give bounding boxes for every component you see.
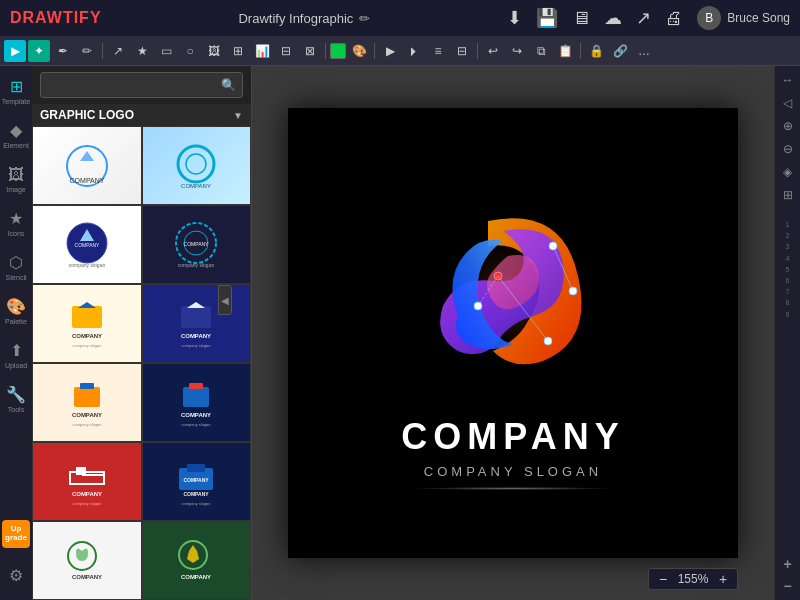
template-thumb-7: COMPANY company slogan — [143, 364, 251, 442]
document-title: Drawtify Infographic — [238, 11, 353, 26]
color-tool[interactable]: 🎨 — [348, 40, 370, 62]
select-tool[interactable]: ▶ — [4, 40, 26, 62]
search-input[interactable] — [47, 78, 221, 92]
template-item-2[interactable]: COMPANY company slogan graphic-logo-Flow… — [32, 205, 142, 284]
right-panel-icon-2[interactable]: ⊕ — [778, 116, 798, 136]
sidebar-item-template[interactable]: ⊞ Template — [2, 70, 30, 112]
sidebar-item-stencil[interactable]: ⬡ Stencil — [2, 246, 30, 288]
search-box[interactable]: 🔍 — [40, 72, 243, 98]
zoom-minus-button[interactable]: − — [655, 571, 671, 587]
paste-tool[interactable]: 📋 — [554, 40, 576, 62]
sidebar-item-icons[interactable]: ★ Icons — [2, 202, 30, 244]
image-tool[interactable]: 🖼 — [203, 40, 225, 62]
pen-tool[interactable]: ✒ — [52, 40, 74, 62]
upgrade-button[interactable]: Upgrade — [2, 520, 30, 548]
lock-tool[interactable]: 🔒 — [585, 40, 607, 62]
svg-text:COMPANY: COMPANY — [69, 177, 104, 184]
arrow-tool[interactable]: ↗ — [107, 40, 129, 62]
distribute-tool[interactable]: ⊟ — [451, 40, 473, 62]
copy-tool[interactable]: ⧉ — [530, 40, 552, 62]
template-item-1[interactable]: COMPANY graphic-logo-Flower-bl... 500*50… — [142, 126, 252, 205]
template-item-11[interactable]: COMPANY 500*500 px — [142, 521, 252, 600]
chart-tool[interactable]: 📊 — [251, 40, 273, 62]
table-tool[interactable]: ⊞ — [227, 40, 249, 62]
right-icon-minus-ruler[interactable]: − — [778, 576, 798, 596]
template-item-6[interactable]: COMPANY company slogan graphic-logo-blue… — [32, 363, 142, 442]
template-item-10[interactable]: COMPANY 500*500 px — [32, 521, 142, 600]
edit-title-icon[interactable]: ✏ — [359, 11, 370, 26]
template-item-3[interactable]: COMPANY company slogan graphic-logo-Flow… — [142, 205, 252, 284]
topbar-actions: ⬇ 💾 🖥 ☁ ↗ 🖨 B Bruce Song — [507, 6, 790, 30]
svg-text:COMPANY: COMPANY — [181, 412, 211, 418]
share-icon[interactable]: ↗ — [636, 7, 651, 29]
right-panel: ↔ ◁ ⊕ ⊖ ◈ ⊞ 123456789 + − — [774, 66, 800, 600]
undo-tool[interactable]: ↩ — [482, 40, 504, 62]
panel-collapse-button[interactable]: ◀ — [218, 285, 232, 315]
play-tool[interactable]: ⏵ — [403, 40, 425, 62]
right-panel-icon-3[interactable]: ⊖ — [778, 139, 798, 159]
template-thumb-3: COMPANY company slogan — [143, 206, 251, 284]
canvas-area: COMPANY COMPANY SLOGAN − 155% + — [252, 66, 774, 600]
media-tool[interactable]: ▶ — [379, 40, 401, 62]
svg-text:company slogan: company slogan — [69, 262, 106, 268]
logo-draw: DRAW — [10, 9, 63, 26]
sidebar-item-tools[interactable]: 🔧 Tools — [2, 378, 30, 420]
template-item-7[interactable]: COMPANY company slogan graphic-logo-blue… — [142, 363, 252, 442]
svg-rect-36 — [187, 464, 205, 472]
rect-tool[interactable]: ▭ — [155, 40, 177, 62]
sidebar-item-settings[interactable]: ⚙ — [2, 554, 30, 596]
color-fill[interactable] — [330, 43, 346, 59]
line-tool[interactable]: ⊟ — [275, 40, 297, 62]
svg-text:COMPANY: COMPANY — [184, 241, 210, 247]
sidebar-item-element[interactable]: ◆ Element — [2, 114, 30, 156]
circle-tool[interactable]: ○ — [179, 40, 201, 62]
sidebar-item-image[interactable]: 🖼 Image — [2, 158, 30, 200]
more-tools[interactable]: … — [633, 40, 655, 62]
canvas[interactable]: COMPANY COMPANY SLOGAN — [288, 108, 738, 558]
settings-icon: ⚙ — [9, 566, 23, 585]
right-icon-plus-ruler[interactable]: + — [778, 554, 798, 574]
svg-rect-27 — [189, 383, 203, 389]
svg-point-4 — [186, 154, 206, 174]
template-thumb-0: COMPANY — [33, 127, 141, 205]
category-dropdown[interactable]: ▼ — [233, 110, 243, 121]
redo-tool[interactable]: ↪ — [506, 40, 528, 62]
template-item-9[interactable]: COMPANY COMPANY company slogan graphic-l… — [142, 442, 252, 521]
sidebar-item-upload[interactable]: ⬆ Upload — [2, 334, 30, 376]
sidebar-item-palette[interactable]: 🎨 Palette — [2, 290, 30, 332]
right-panel-icon-0[interactable]: ↔ — [778, 70, 798, 90]
pencil-tool[interactable]: ✏ — [76, 40, 98, 62]
star-tool[interactable]: ★ — [131, 40, 153, 62]
template-thumb-11: COMPANY — [143, 522, 251, 600]
monitor-icon[interactable]: 🖥 — [572, 8, 590, 29]
template-item-8[interactable]: COMPANY company slogan graphic-logo-red … — [32, 442, 142, 521]
left-sidebar: ⊞ Template ◆ Element 🖼 Image ★ Icons ⬡ S… — [0, 66, 32, 600]
upload-icon: ⬆ — [10, 341, 23, 360]
svg-text:company slogan: company slogan — [182, 501, 211, 506]
download-icon[interactable]: ⬇ — [507, 7, 522, 29]
flow-tool[interactable]: ⊠ — [299, 40, 321, 62]
cloud-icon[interactable]: ☁ — [604, 7, 622, 29]
template-item-0[interactable]: COMPANY graphic-logo-Flower-st... 500*50… — [32, 126, 142, 205]
stencil-icon: ⬡ — [9, 253, 23, 272]
print-icon[interactable]: 🖨 — [665, 8, 683, 29]
template-grid: COMPANY graphic-logo-Flower-st... 500*50… — [32, 126, 251, 600]
align-tool[interactable]: ≡ — [427, 40, 449, 62]
logo-tify: TIFY — [63, 9, 102, 26]
right-panel-icon-5[interactable]: ⊞ — [778, 185, 798, 205]
template-item-4[interactable]: COMPANY company slogan graphic-logo-blue… — [32, 284, 142, 363]
node-tool[interactable]: ✦ — [28, 40, 50, 62]
svg-text:COMPANY: COMPANY — [72, 574, 102, 580]
right-panel-icon-4[interactable]: ◈ — [778, 162, 798, 182]
user-info[interactable]: B Bruce Song — [697, 6, 790, 30]
save-icon[interactable]: 💾 — [536, 7, 558, 29]
svg-text:COMPANY: COMPANY — [184, 491, 210, 497]
template-item-5[interactable]: COMPANY company slogan graphic-logo-blue… — [142, 284, 252, 363]
search-icon[interactable]: 🔍 — [221, 78, 236, 92]
right-panel-icon-1[interactable]: ◁ — [778, 93, 798, 113]
svg-rect-30 — [70, 472, 104, 484]
link-tool[interactable]: 🔗 — [609, 40, 631, 62]
ruler-numbers: 123456789 — [786, 219, 790, 320]
category-bar: GRAPHIC LOGO ▼ — [32, 104, 251, 126]
zoom-plus-button[interactable]: + — [715, 571, 731, 587]
